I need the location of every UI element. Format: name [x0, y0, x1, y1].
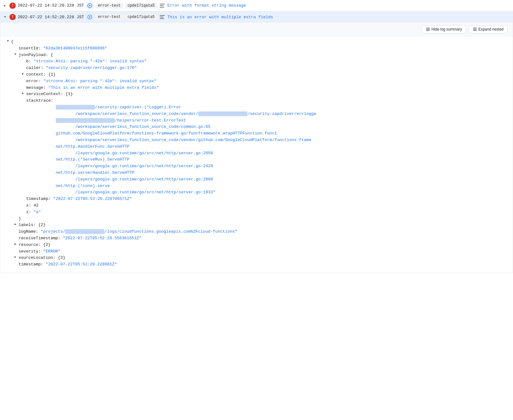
json-x: x: 42 — [5, 202, 508, 209]
json-caller: caller: "security-zapdriver/errlogger.go… — [5, 65, 508, 71]
severity-icon-1: ! — [9, 3, 16, 9]
stacktrace-highlight-1 — [56, 105, 95, 110]
jsonpayload-expand[interactable] — [13, 52, 18, 57]
json-context: context: {1} — [5, 71, 508, 78]
multiline-icon-2 — [159, 14, 165, 20]
json-logname: logName: "projects/ /logs/cloudfunctions… — [5, 229, 508, 235]
json-payload-header: jsonPayload: { — [5, 52, 508, 59]
expand-nested-label: Expand nested — [478, 27, 504, 31]
json-root-open: { — [5, 39, 508, 45]
json-resource: resource: {2} — [5, 242, 508, 248]
json-timestamp-inner: timestamp: "2022-07-22T05:52:20.22870657… — [5, 196, 508, 202]
source-location-expand[interactable] — [13, 255, 18, 260]
service-context-expand[interactable] — [20, 91, 26, 96]
json-stacktrace-label: stacktrace: /security-zapdriver.(*Logger… — [5, 98, 508, 196]
service-tag-1: error-test — [95, 3, 123, 9]
json-source-location: sourceLocation: {3} — [5, 255, 508, 261]
json-error: error: "strconv.Atoi: parsing "-42e": in… — [5, 78, 508, 85]
toggle-row-2[interactable]: ▼ — [3, 14, 8, 20]
svg-rect-9 — [426, 29, 430, 30]
context-expand[interactable] — [20, 71, 26, 77]
toggle-row-1[interactable]: ▶ — [3, 3, 8, 8]
stacktrace-highlight-2 — [198, 111, 247, 116]
svg-rect-10 — [426, 30, 430, 31]
svg-rect-12 — [473, 29, 477, 30]
timestamp-1: 2022-07-22 14:52:20.228 JST — [18, 3, 84, 8]
resource-expand[interactable] — [13, 242, 18, 247]
json-timestamp-outer: timestamp: "2022-07-22T05:52:20.228881Z" — [5, 261, 508, 268]
log-message-2: This is an error with multiple extra fie… — [167, 15, 510, 20]
timestamp-2: 2022-07-22 14:52:20.228 JST — [18, 15, 84, 20]
json-payload-close: } — [5, 216, 508, 222]
detail-area: Hide log summary Expand nested { insertI… — [0, 23, 513, 273]
hide-log-summary-label: Hide log summary — [431, 27, 462, 31]
resource-tag-1: cpde17iqata5 — [125, 3, 157, 9]
resource-tag-2: cpde17iqata5 — [125, 14, 157, 20]
json-tree: { insertId: "62da3b1400037e115f880896" j… — [0, 36, 513, 273]
detail-toolbar: Hide log summary Expand nested — [0, 23, 513, 36]
json-severity: severity: "ERROR" — [5, 248, 508, 255]
log-row-2[interactable]: ▼ ! 2022-07-22 14:52:20.228 JST error-te… — [0, 11, 513, 23]
json-receive-timestamp: receiveTimestamp: "2022-07-22T05:52:20.5… — [5, 235, 508, 242]
json-b: b: "strconv.Atoi: parsing "-42e": invali… — [5, 58, 508, 65]
log-row-1[interactable]: ▶ ! 2022-07-22 14:52:20.228 JST error-te… — [0, 0, 513, 11]
svg-rect-6 — [160, 17, 164, 17]
svg-rect-3 — [160, 7, 164, 8]
log-message-1: Error with format string message — [167, 3, 510, 8]
svg-rect-7 — [160, 18, 164, 19]
root-expand-arrow[interactable] — [5, 39, 10, 44]
json-insert-id: insertId: "62da3b1400037e115f880896" — [5, 45, 508, 52]
service-icon-2 — [86, 13, 94, 21]
svg-rect-5 — [160, 15, 165, 16]
json-message: message: "This is an error with multiple… — [5, 85, 508, 91]
svg-rect-11 — [473, 28, 477, 28]
hide-log-summary-button[interactable]: Hide log summary — [422, 25, 466, 33]
multiline-icon-1 — [159, 3, 165, 9]
service-icon-1 — [86, 2, 94, 9]
logname-highlight — [65, 229, 105, 234]
stacktrace-highlight-3 — [56, 118, 115, 123]
svg-rect-8 — [426, 28, 430, 28]
severity-icon-2: ! — [9, 14, 16, 20]
expand-nested-button[interactable]: Expand nested — [469, 25, 508, 33]
svg-rect-2 — [160, 5, 164, 6]
service-tag-2: error-test — [95, 14, 123, 20]
svg-rect-1 — [160, 4, 165, 4]
log-viewer: ▶ ! 2022-07-22 14:52:20.228 JST error-te… — [0, 0, 513, 420]
json-labels: labels: {2} — [5, 222, 508, 229]
json-service-context: serviceContext: {1} — [5, 91, 508, 98]
svg-rect-13 — [473, 30, 477, 31]
json-z: z: "a" — [5, 209, 508, 216]
labels-expand[interactable] — [13, 222, 18, 227]
